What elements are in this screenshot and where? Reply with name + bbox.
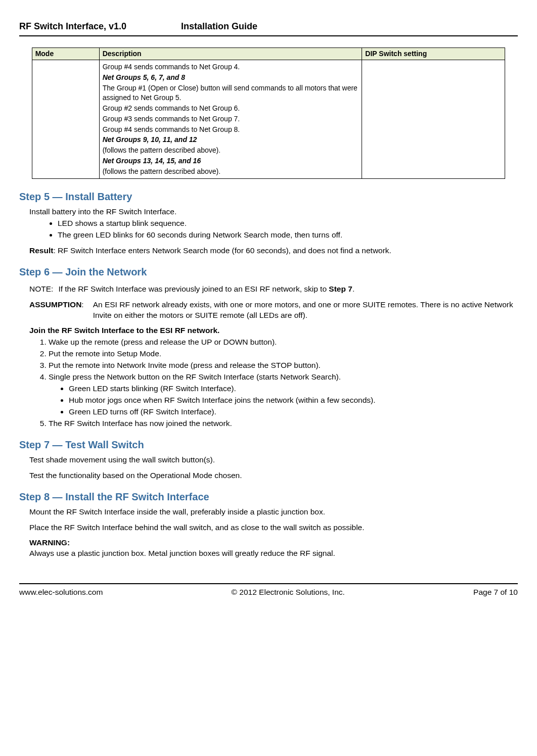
note-text-pre: If the RF Switch Interface was previousl… (58, 285, 329, 293)
list-item-text: Single press the Network button on the R… (49, 372, 341, 381)
list-item: Single press the Network button on the R… (49, 372, 518, 417)
step5-body: Install battery into the RF Switch Inter… (29, 207, 518, 256)
note-text-post: . (352, 285, 354, 293)
step8-p1: Mount the RF Switch Interface inside the… (29, 507, 518, 517)
step6-heading: Step 6 — Join the Network (19, 265, 518, 279)
list-item: LED shows a startup blink sequence. (58, 218, 518, 229)
page-footer: www.elec-solutions.com © 2012 Electronic… (19, 587, 518, 598)
footer-left: www.elec-solutions.com (19, 587, 103, 598)
step8-heading: Step 8 — Install the RF Switch Interface (19, 490, 518, 504)
desc-line: Group #4 sends commands to Net Group 8. (103, 125, 359, 134)
desc-line: Group #4 sends commands to Net Group 4. (103, 62, 359, 72)
step7-p2: Test the functionality based on the Oper… (29, 470, 518, 481)
footer-rule (19, 583, 518, 584)
list-item: Green LED turns off (RF Switch Interface… (69, 407, 518, 417)
assumption-colon: : (81, 300, 83, 309)
step5-result: Result: RF Switch Interface enters Netwo… (29, 246, 518, 256)
step6-body: NOTE: If the RF Switch Interface was pre… (29, 284, 518, 429)
table-header-row: Mode Description DIP Switch setting (32, 48, 505, 60)
footer-right: Page 7 of 10 (473, 587, 518, 598)
list-item: Wake up the remote (press and release th… (49, 337, 518, 348)
desc-line: (follows the pattern described above). (103, 167, 359, 176)
th-description: Description (99, 48, 362, 60)
step6-note: NOTE: If the RF Switch Interface was pre… (29, 284, 518, 295)
join-heading: Join the RF Switch Interface to the ESI … (29, 325, 518, 336)
dip-table: Mode Description DIP Switch setting Grou… (32, 48, 506, 179)
step5-bullets: LED shows a startup blink sequence. The … (58, 218, 518, 241)
list-item: The green LED blinks for 60 seconds duri… (58, 230, 518, 241)
cell-description: Group #4 sends commands to Net Group 4. … (99, 60, 362, 179)
join-steps: Wake up the remote (press and release th… (49, 337, 518, 429)
desc-line: Group #3 sends commands to Net Group 7. (103, 114, 359, 124)
list-item: Put the remote into Setup Mode. (49, 349, 518, 359)
step7-body: Test shade movement using the wall switc… (29, 455, 518, 481)
list-item: Green LED starts blinking (RF Switch Int… (69, 384, 518, 394)
list-item: Hub motor jogs once when RF Switch Inter… (69, 395, 518, 406)
page-header: RF Switch Interface, v1.0 Installation G… (19, 20, 518, 32)
desc-subhead: Net Groups 5, 6, 7, and 8 (103, 73, 359, 82)
step5-heading: Step 5 — Install Battery (19, 190, 518, 204)
desc-subhead: Net Groups 13, 14, 15, and 16 (103, 156, 359, 166)
list-item: The RF Switch Interface has now joined t… (49, 418, 518, 429)
list-item: Put the remote into Network Invite mode … (49, 360, 518, 371)
desc-subhead: Net Groups 9, 10, 11, and 12 (103, 135, 359, 145)
note-bold: Step 7 (329, 285, 352, 293)
assumption-label: ASSUMPTION (29, 300, 81, 309)
header-rule (19, 35, 518, 36)
assumption-label-wrap: ASSUMPTION: (29, 300, 84, 321)
th-dip-setting: DIP Switch setting (362, 48, 505, 60)
cell-dip-setting (362, 60, 505, 179)
th-mode: Mode (32, 48, 99, 60)
header-product: RF Switch Interface, v1.0 (19, 20, 181, 32)
warning-label: WARNING: (29, 538, 518, 548)
warning-text: Always use a plastic junction box. Metal… (29, 548, 518, 559)
desc-line: (follows the pattern described above). (103, 146, 359, 155)
footer-center: © 2012 Electronic Solutions, Inc. (232, 587, 345, 598)
step8-body: Mount the RF Switch Interface inside the… (29, 507, 518, 559)
desc-line: Group #2 sends commands to Net Group 6. (103, 104, 359, 113)
step8-warning: WARNING: Always use a plastic junction b… (29, 538, 518, 559)
step6-assumption: ASSUMPTION: An ESI RF network already ex… (29, 300, 518, 321)
note-label: NOTE: (29, 284, 53, 295)
assumption-text: An ESI RF network already exists, with o… (93, 300, 518, 321)
note-text: If the RF Switch Interface was previousl… (58, 284, 354, 295)
step8-p2: Place the RF Switch Interface behind the… (29, 523, 518, 533)
desc-line: The Group #1 (Open or Close) button will… (103, 83, 359, 103)
table-row: Group #4 sends commands to Net Group 4. … (32, 60, 505, 179)
step5-intro: Install battery into the RF Switch Inter… (29, 207, 518, 217)
cell-mode (32, 60, 99, 179)
join-sub-bullets: Green LED starts blinking (RF Switch Int… (69, 384, 518, 417)
result-text: : RF Switch Interface enters Network Sea… (53, 246, 391, 255)
step7-p1: Test shade movement using the wall switc… (29, 455, 518, 465)
step7-heading: Step 7 — Test Wall Switch (19, 438, 518, 452)
header-doc-type: Installation Guide (181, 20, 257, 32)
result-label: Result (29, 246, 53, 255)
